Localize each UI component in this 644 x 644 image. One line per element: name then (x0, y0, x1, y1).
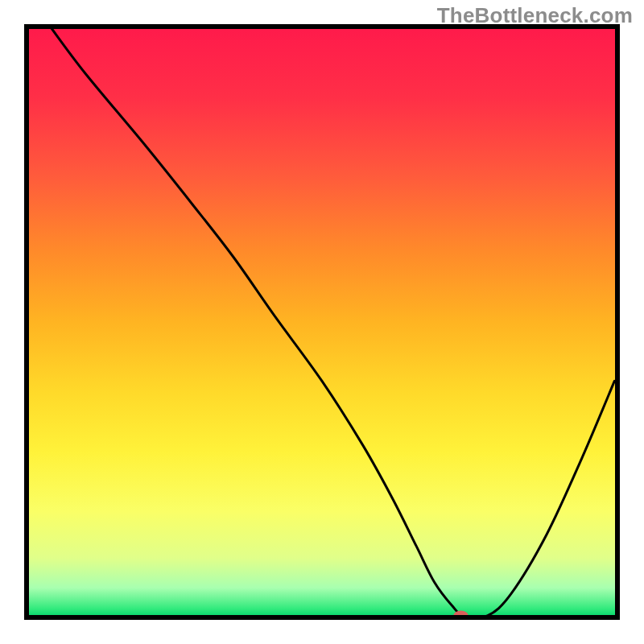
chart-svg (0, 0, 644, 644)
bottleneck-chart: TheBottleneck.com (0, 0, 644, 644)
watermark-text: TheBottleneck.com (437, 3, 633, 28)
gradient-background (27, 27, 617, 617)
